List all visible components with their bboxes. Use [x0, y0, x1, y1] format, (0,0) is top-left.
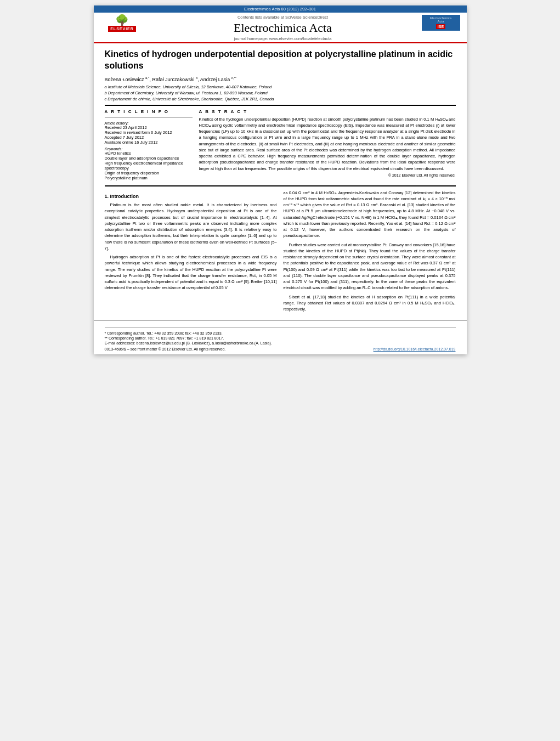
- divider-top: [105, 105, 456, 106]
- received-date: Received 23 April 2012: [105, 125, 193, 130]
- elsevier-tree-icon: 🌳: [115, 15, 129, 26]
- affiliation-c: c Département de chimie, Université de S…: [105, 97, 456, 101]
- elsevier-label: ELSEVIER: [108, 26, 136, 32]
- article-info-box: A R T I C L E I N F O Article history: R…: [105, 109, 193, 182]
- keyword-5: Polycrystalline platinum: [105, 176, 193, 180]
- keyword-3: High frequency electrochemical impedance…: [105, 161, 193, 171]
- intro-para2: Hydrogen adsorption at Pt is one of the …: [105, 254, 277, 291]
- license-text: 0013-4686/$ – see front matter © 2012 El…: [105, 347, 226, 351]
- abstract-title: A B S T R A C T: [199, 109, 456, 114]
- history-label: Article history:: [105, 121, 193, 125]
- abstract-box: A B S T R A C T Kinetics of the hydrogen…: [199, 109, 456, 182]
- keyword-4: Origin of frequency dispersion: [105, 171, 193, 176]
- email-label: E-mail addresses:: [105, 341, 135, 345]
- article-content: Kinetics of hydrogen underpotential depo…: [94, 43, 467, 320]
- footer-divider: [105, 327, 456, 328]
- copyright-line: © 2012 Elsevier Ltd. All rights reserved…: [199, 173, 456, 177]
- article-history: Article history: Received 23 April 2012 …: [105, 121, 193, 145]
- article-title: Kinetics of hydrogen underpotential depo…: [105, 49, 456, 72]
- right-para2: Further studies were carried out at mono…: [284, 242, 456, 291]
- sciverse-line: Contents lists available at SciVerse Sci…: [150, 15, 416, 20]
- authors-text: Bożena Łosiewicz a,*, Rafał Jurczakowski…: [105, 77, 237, 82]
- journal-header: 🌳 ELSEVIER Contents lists available at S…: [94, 13, 467, 43]
- keywords-section: Keywords: HUPD kinetics Double layer and…: [105, 147, 193, 180]
- left-column: 1. Introduction Platinum is the most oft…: [105, 190, 277, 315]
- received-revised-date: Received in revised form 6 July 2012: [105, 130, 193, 135]
- article-footer: * Corresponding author. Tel.: +48 32 359…: [94, 320, 467, 354]
- accepted-date: Accepted 7 July 2012: [105, 135, 193, 140]
- divider-info: [105, 117, 193, 118]
- affiliation-a: a Institute of Materials Science, Univer…: [105, 84, 456, 89]
- right-column: as 0.04 Ω cm² in 4 M H₂SO₄. Argenstein-K…: [284, 190, 456, 315]
- keyword-2: Double layer and adsorption capacitance: [105, 156, 193, 161]
- intro-para1: Platinum is the most often studied noble…: [105, 202, 277, 251]
- intro-heading: 1. Introduction: [105, 193, 277, 201]
- available-date: Available online 16 July 2012: [105, 140, 193, 145]
- doi-link[interactable]: http://dx.doi.org/10.1016/j.electacta.20…: [374, 347, 456, 351]
- affiliations: a Institute of Materials Science, Univer…: [105, 84, 456, 101]
- journal-name: Electrochimica Acta: [150, 21, 416, 35]
- affiliation-b: b Department of Chemistry, University of…: [105, 90, 456, 95]
- homepage-line: journal homepage: www.elsevier.com/locat…: [150, 36, 416, 41]
- article-info-title: A R T I C L E I N F O: [105, 109, 193, 114]
- journal-center: Contents lists available at SciVerse Sci…: [144, 15, 422, 41]
- journal-logo-box: ElectrochimicaActa ISE: [422, 15, 460, 31]
- keyword-1: HUPD kinetics: [105, 151, 193, 156]
- authors-line: Bożena Łosiewicz a,*, Rafał Jurczakowski…: [105, 76, 456, 82]
- email-footnote: E-mail addresses: bozena.losiewicz@us.ed…: [105, 341, 456, 345]
- keywords-label: Keywords:: [105, 147, 193, 151]
- journal-volume-bar: Electrochimica Acta 80 (2012) 292–301: [94, 5, 467, 13]
- email-values: bozena.losiewicz@us.edu.pl (B. Łosiewicz…: [136, 341, 271, 345]
- volume-info: Electrochimica Acta 80 (2012) 292–301: [244, 7, 316, 12]
- footnote-1: * Corresponding author. Tel.: +48 32 359…: [105, 331, 456, 335]
- abstract-text: Kinetics of the hydrogen underpotential …: [199, 116, 456, 172]
- ise-badge: ISE: [436, 24, 445, 29]
- info-abstract-section: A R T I C L E I N F O Article history: R…: [105, 109, 456, 182]
- right-para3: Sibert et al. [17,18] studied the kineti…: [284, 294, 456, 313]
- footer-bottom: 0013-4686/$ – see front matter © 2012 El…: [105, 347, 456, 351]
- divider-body: [105, 185, 456, 186]
- right-para1: as 0.04 Ω cm² in 4 M H₂SO₄. Argenstein-K…: [284, 190, 456, 239]
- elsevier-logo: 🌳 ELSEVIER: [100, 15, 144, 33]
- footnote-2: ** Corresponding author. Tel.: +1 819 82…: [105, 336, 456, 340]
- body-columns: 1. Introduction Platinum is the most oft…: [105, 190, 456, 315]
